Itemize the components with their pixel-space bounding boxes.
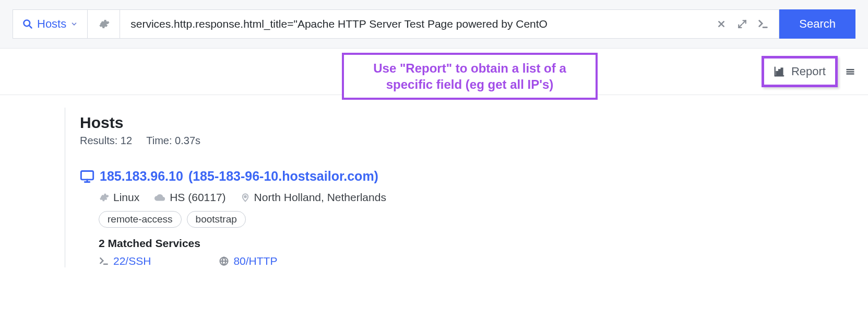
monitor-icon xyxy=(80,169,94,184)
report-label: Report xyxy=(791,65,826,78)
results-area: Hosts Results: 12 Time: 0.37s 185.183.96… xyxy=(0,95,868,267)
matched-services: 22/SSH 80/HTTP xyxy=(99,255,855,267)
tag[interactable]: remote-access xyxy=(99,211,182,228)
service-label: 80/HTTP xyxy=(233,255,277,267)
results-time: Time: 0.37s xyxy=(146,135,200,146)
search-button[interactable]: Search xyxy=(779,9,855,39)
svg-rect-10 xyxy=(779,69,780,75)
map-pin-icon xyxy=(241,192,250,203)
query-input-wrap xyxy=(120,9,779,39)
host-asn: HS (60117) xyxy=(154,191,225,204)
gear-icon xyxy=(98,18,110,30)
chevron-down-icon xyxy=(70,20,78,28)
svg-point-15 xyxy=(244,196,246,198)
stack-icon[interactable] xyxy=(845,66,855,77)
search-input[interactable] xyxy=(129,17,711,31)
terminal-icon xyxy=(99,256,109,266)
hosts-dropdown[interactable]: Hosts xyxy=(13,9,88,39)
gear-icon xyxy=(99,192,109,203)
host-location-label: North Holland, Netherlands xyxy=(254,191,386,204)
host-rdns: (185-183-96-10.hostsailor.com) xyxy=(188,169,378,184)
svg-rect-9 xyxy=(776,72,778,75)
results-count: Results: 12 xyxy=(80,135,132,146)
results-heading: Hosts xyxy=(80,114,855,132)
host-location: North Holland, Netherlands xyxy=(241,191,386,204)
report-button[interactable]: Report xyxy=(762,56,838,87)
terminal-button[interactable] xyxy=(753,14,774,34)
service-label: 22/SSH xyxy=(113,255,151,267)
expand-icon xyxy=(738,19,747,29)
svg-rect-12 xyxy=(81,171,93,179)
host-os: Linux xyxy=(99,191,139,204)
bar-chart-icon xyxy=(774,66,785,77)
svg-rect-11 xyxy=(781,68,783,75)
svg-line-1 xyxy=(29,26,32,28)
top-search-bar: Hosts Search xyxy=(0,0,868,49)
globe-icon xyxy=(219,256,229,266)
search-icon xyxy=(22,19,33,29)
host-ip: 185.183.96.10 xyxy=(100,169,183,184)
host-os-label: Linux xyxy=(113,191,139,204)
host-tags: remote-access bootstrap xyxy=(99,211,855,228)
results-stats: Results: 12 Time: 0.37s xyxy=(80,135,855,147)
host-result: 185.183.96.10 (185-183-96-10.hostsailor.… xyxy=(80,169,855,267)
terminal-icon xyxy=(757,18,769,30)
matched-services-heading: 2 Matched Services xyxy=(99,237,855,250)
close-icon xyxy=(717,20,726,28)
service-link[interactable]: 22/SSH xyxy=(99,255,151,267)
host-meta: Linux HS (60117) North Holland, Netherla… xyxy=(99,191,855,204)
annotation-callout: Use "Report" to obtain a list of a speci… xyxy=(342,53,598,100)
service-link[interactable]: 80/HTTP xyxy=(219,255,277,267)
tag[interactable]: bootstrap xyxy=(187,211,246,228)
cloud-icon xyxy=(154,192,165,203)
host-asn-label: HS (60117) xyxy=(170,191,225,204)
expand-query-button[interactable] xyxy=(732,14,753,34)
settings-button[interactable] xyxy=(88,9,120,39)
sub-toolbar: Use "Report" to obtain a list of a speci… xyxy=(0,49,868,95)
hosts-dropdown-label: Hosts xyxy=(37,17,66,31)
clear-query-button[interactable] xyxy=(711,14,732,34)
host-link[interactable]: 185.183.96.10 (185-183-96-10.hostsailor.… xyxy=(80,169,855,184)
